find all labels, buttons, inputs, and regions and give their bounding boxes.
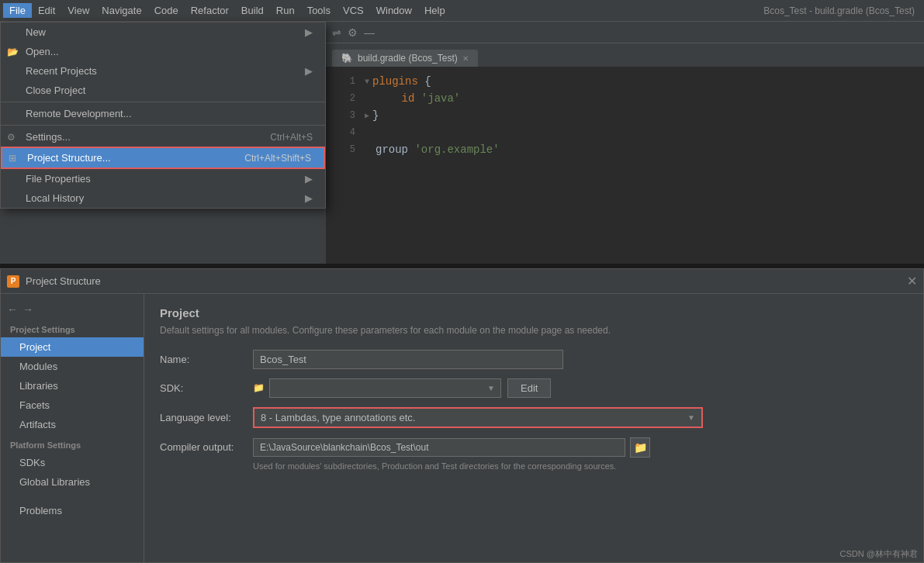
arrow-icon: ▶ — [305, 65, 313, 77]
dialog-sidebar: ← → Project Settings Project Modules Lib… — [1, 294, 144, 562]
code-line-3: 3 ▶ } — [326, 107, 924, 124]
separator — [1, 102, 325, 102]
editor-area: ⇌ ⚙ — 🐘 build.gradle (Bcos_Test) ✕ 1 ▼ p… — [326, 22, 924, 264]
dialog-content: Project Default settings for all modules… — [144, 294, 923, 562]
sdk-label: SDK: — [160, 382, 253, 394]
sdk-select-wrapper: 📁 1.8 Oracle OpenJDK version 1.8.0_221 ▼ — [253, 378, 501, 398]
project-settings-label: Project Settings — [1, 319, 144, 337]
dropdown-recent-projects[interactable]: Recent Projects ▶ — [1, 61, 325, 81]
dropdown-close-project[interactable]: Close Project — [1, 81, 325, 100]
sdk-folder-icon: 📁 — [253, 382, 265, 393]
code-line-1: 1 ▼ plugins { — [326, 73, 924, 90]
remote-dev-label: Remote Development... — [26, 108, 132, 119]
sidebar-item-problems[interactable]: Problems — [1, 501, 144, 520]
menu-tools[interactable]: Tools — [301, 3, 337, 18]
dialog-title: Project Structure — [26, 275, 101, 287]
tab-close-button[interactable]: ✕ — [462, 54, 469, 63]
editor-tabs: 🐘 build.gradle (Bcos_Test) ✕ — [326, 43, 924, 67]
menu-file[interactable]: File — [3, 3, 32, 18]
menu-build[interactable]: Build — [235, 3, 270, 18]
nav-controls: ← → — [1, 300, 144, 319]
menu-vcs[interactable]: VCS — [337, 3, 370, 18]
menu-navigate[interactable]: Navigate — [95, 3, 147, 18]
sdk-select[interactable]: 1.8 Oracle OpenJDK version 1.8.0_221 — [269, 378, 501, 398]
project-structure-label: Project Structure... — [27, 152, 111, 164]
nav-forward-button[interactable]: → — [22, 303, 33, 316]
dialog-close-button[interactable]: ✕ — [907, 274, 917, 288]
sidebar-item-sdks[interactable]: SDKs — [1, 453, 144, 472]
folder-icon: 📂 — [7, 47, 19, 57]
sidebar-item-facets[interactable]: Facets — [1, 395, 144, 415]
code-line-4: 4 — [326, 124, 924, 141]
editor-toolbar: ⇌ ⚙ — — [326, 22, 924, 43]
content-title: Project — [160, 306, 908, 319]
language-select[interactable]: 8 - Lambdas, type annotations etc. — [254, 409, 701, 427]
dropdown-local-history[interactable]: Local History ▶ — [1, 188, 325, 208]
nav-back-button[interactable]: ← — [7, 303, 18, 316]
editor-tab-build-gradle[interactable]: 🐘 build.gradle (Bcos_Test) ✕ — [332, 50, 478, 67]
menu-help[interactable]: Help — [418, 3, 452, 18]
language-level-row: Language level: 8 - Lambdas, type annota… — [160, 407, 908, 428]
menu-edit[interactable]: Edit — [32, 3, 61, 18]
arrow-icon: ▶ — [305, 26, 313, 38]
separator2 — [1, 125, 325, 126]
window-title: Bcos_Test - build.gradle (Bcos_Test) — [763, 5, 921, 16]
sdk-select-container: 📁 1.8 Oracle OpenJDK version 1.8.0_221 ▼… — [253, 378, 703, 398]
recent-label: Recent Projects — [26, 65, 97, 77]
dropdown-new[interactable]: New ▶ — [1, 22, 325, 42]
project-structure-shortcut: Ctrl+Alt+Shift+S — [244, 153, 311, 164]
settings-shortcut: Ctrl+Alt+S — [270, 132, 313, 143]
content-description: Default settings for all modules. Config… — [160, 324, 908, 337]
menu-refactor[interactable]: Refactor — [185, 3, 235, 18]
local-history-label: Local History — [26, 192, 84, 204]
sdk-row: SDK: 📁 1.8 Oracle OpenJDK version 1.8.0_… — [160, 378, 908, 398]
arrow-icon: ▶ — [305, 192, 313, 204]
sidebar-item-libraries[interactable]: Libraries — [1, 376, 144, 395]
dropdown-project-structure[interactable]: ⊞ Project Structure... Ctrl+Alt+Shift+S — [1, 147, 325, 169]
sdk-edit-button[interactable]: Edit — [507, 378, 551, 398]
sidebar-item-artifacts[interactable]: Artifacts — [1, 415, 144, 434]
language-level-label: Language level: — [160, 412, 253, 423]
watermark: CSDN @林中有神君 — [840, 548, 918, 560]
open-label: Open... — [26, 46, 59, 57]
compiler-hint: Used for modules' subdirectories, Produc… — [253, 461, 908, 472]
minimize-icon[interactable]: — — [364, 26, 375, 39]
dropdown-file-properties[interactable]: File Properties ▶ — [1, 169, 325, 188]
name-row: Name: — [160, 350, 908, 369]
menu-window[interactable]: Window — [370, 3, 418, 18]
menu-run[interactable]: Run — [270, 3, 301, 18]
ide-section: File Edit View Navigate Code Refactor Bu… — [0, 0, 924, 264]
dropdown-open[interactable]: 📂 Open... — [1, 42, 325, 61]
menu-view[interactable]: View — [61, 3, 95, 18]
settings-label: Settings... — [26, 131, 71, 143]
tab-label: build.gradle (Bcos_Test) — [358, 53, 458, 64]
gear-icon[interactable]: ⚙ — [348, 26, 358, 39]
sidebar-item-modules[interactable]: Modules — [1, 357, 144, 376]
project-structure-dialog: P Project Structure ✕ ← → Project Settin… — [0, 268, 924, 563]
grid-icon: ⊞ — [9, 153, 16, 164]
dropdown-remote-development[interactable]: Remote Development... — [1, 104, 325, 123]
code-line-5: 5 group 'org.example' — [326, 141, 924, 158]
file-properties-label: File Properties — [26, 173, 91, 185]
gear-icon: ⚙ — [7, 132, 16, 143]
file-dropdown-menu: New ▶ 📂 Open... Recent Projects ▶ Close … — [0, 22, 326, 209]
dialog-section: P Project Structure ✕ ← → Project Settin… — [0, 268, 924, 563]
compiler-row: Compiler output: 📁 — [160, 437, 908, 458]
dialog-titlebar: P Project Structure ✕ — [1, 269, 923, 294]
compiler-browse-button[interactable]: 📁 — [630, 437, 650, 458]
dialog-body: ← → Project Settings Project Modules Lib… — [1, 294, 923, 562]
code-line-2: 2 id 'java' — [326, 90, 924, 107]
menu-code[interactable]: Code — [148, 3, 185, 18]
gradle-icon: 🐘 — [341, 53, 353, 64]
sidebar-item-project[interactable]: Project — [1, 337, 144, 357]
dropdown-settings[interactable]: ⚙ Settings... Ctrl+Alt+S — [1, 127, 325, 147]
name-input[interactable] — [253, 350, 563, 369]
name-label: Name: — [160, 354, 253, 365]
new-label: New — [26, 26, 46, 38]
pin-icon[interactable]: ⇌ — [332, 26, 341, 39]
arrow-icon: ▶ — [305, 173, 313, 185]
sidebar-item-global-libraries[interactable]: Global Libraries — [1, 472, 144, 492]
dialog-app-icon: P — [7, 275, 19, 288]
compiler-output-input[interactable] — [253, 438, 625, 457]
compiler-label: Compiler output: — [160, 441, 253, 453]
